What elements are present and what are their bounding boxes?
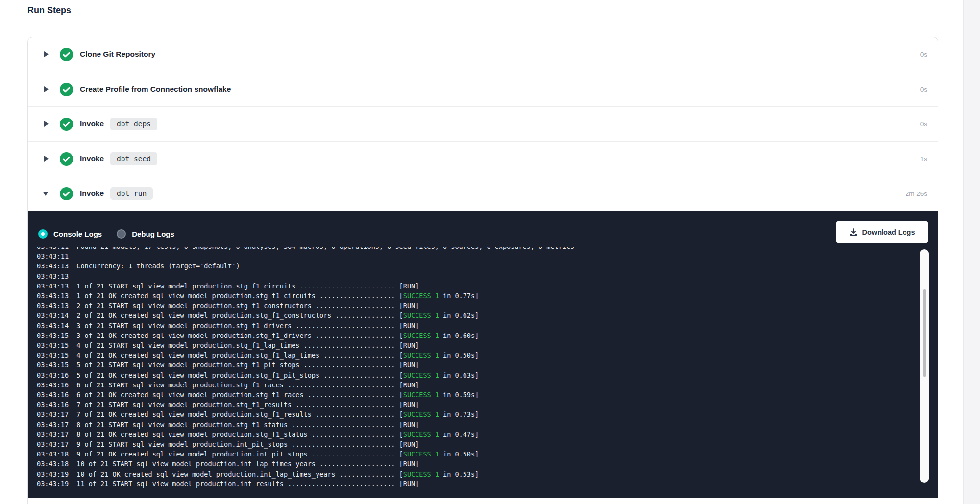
log-line: 03:43:13 Concurrency: 1 threads (target=… — [37, 261, 919, 271]
chevron-right-icon[interactable] — [44, 51, 49, 57]
chevron-right-icon[interactable] — [44, 86, 49, 92]
check-circle-icon — [60, 48, 73, 61]
check-circle-icon — [60, 118, 73, 131]
step-duration: 0s — [920, 86, 927, 93]
chevron-down-icon[interactable] — [43, 192, 49, 196]
check-circle-icon — [60, 83, 73, 96]
check-circle-icon — [60, 187, 73, 200]
radio-label: Debug Logs — [132, 230, 174, 238]
run-step-row[interactable]: Create Profile from Connection snowflake… — [28, 72, 938, 107]
log-line: 03:43:13 — [37, 271, 919, 281]
log-line: 03:43:13 1 of 21 OK created sql view mod… — [37, 291, 919, 301]
log-line: 03:43:19 11 of 21 START sql view model p… — [37, 479, 919, 489]
radio-label: Console Logs — [53, 230, 102, 238]
log-line: 03:43:17 8 of 21 OK created sql view mod… — [37, 430, 919, 439]
log-type-radio-group: Console LogsDebug Logs — [38, 229, 174, 239]
radio-selected-icon — [38, 229, 48, 239]
log-line: 03:43:13 1 of 21 START sql view model pr… — [37, 281, 919, 291]
step-title: Invoke — [80, 189, 104, 198]
step-command-badge: dbt deps — [110, 118, 157, 130]
log-line: 03:43:13 2 of 21 START sql view model pr… — [37, 301, 919, 311]
step-duration: 0s — [920, 51, 927, 58]
log-line: 03:43:18 9 of 21 OK created sql view mod… — [37, 449, 919, 459]
log-line: 03:43:14 2 of 21 OK created sql view mod… — [37, 311, 919, 320]
chevron-right-icon[interactable] — [44, 121, 49, 127]
log-line: 03:43:16 7 of 21 START sql view model pr… — [37, 400, 919, 409]
log-line: 03:43:15 5 of 21 START sql view model pr… — [37, 360, 919, 370]
run-step-row[interactable]: Invokedbt seed1s — [28, 142, 938, 176]
log-scrollbar[interactable] — [920, 249, 929, 483]
log-line: 03:43:18 10 of 21 START sql view model p… — [37, 459, 919, 469]
log-lines: 03:43:11 Found 21 models, 17 tests, 0 sn… — [37, 247, 919, 489]
log-line: 03:43:17 9 of 21 START sql view model pr… — [37, 439, 919, 449]
step-title: Clone Git Repository — [80, 50, 155, 59]
log-line: 03:43:16 5 of 21 OK created sql view mod… — [37, 370, 919, 380]
log-line: 03:43:16 6 of 21 START sql view model pr… — [37, 380, 919, 390]
debug-logs-radio[interactable]: Debug Logs — [117, 229, 174, 239]
step-title: Create Profile from Connection snowflake — [80, 85, 231, 94]
log-line: 03:43:15 3 of 21 OK created sql view mod… — [37, 331, 919, 340]
log-line: 03:43:16 6 of 21 OK created sql view mod… — [37, 390, 919, 400]
log-line: 03:43:17 7 of 21 OK created sql view mod… — [37, 409, 919, 419]
run-step-row[interactable]: Invokedbt deps0s — [28, 107, 938, 142]
step-duration: 1s — [920, 155, 927, 163]
page-title: Run Steps — [27, 5, 71, 16]
log-line: 03:43:17 8 of 21 START sql view model pr… — [37, 420, 919, 430]
radio-unselected-icon — [117, 229, 126, 239]
step-title: Invoke — [80, 154, 104, 163]
chevron-right-icon[interactable] — [44, 156, 49, 162]
download-icon — [849, 228, 858, 237]
run-steps-list: Clone Git Repository0sCreate Profile fro… — [28, 37, 938, 211]
step-command-badge: dbt run — [110, 187, 153, 200]
console-log-output[interactable]: 03:43:11 Found 21 models, 17 tests, 0 sn… — [37, 247, 919, 498]
log-panel: Console LogsDebug Logs Download Logs 03:… — [28, 211, 938, 498]
step-command-badge: dbt seed — [110, 152, 157, 165]
download-logs-label: Download Logs — [862, 228, 915, 236]
log-line: 03:43:15 4 of 21 OK created sql view mod… — [37, 350, 919, 360]
step-title: Invoke — [80, 120, 104, 128]
run-step-row[interactable]: Clone Git Repository0s — [28, 37, 938, 72]
log-line: 03:43:19 10 of 21 OK created sql view mo… — [37, 469, 919, 479]
log-line: 03:43:11 Found 21 models, 17 tests, 0 sn… — [37, 247, 919, 251]
log-line: 03:43:11 — [37, 251, 919, 261]
step-duration: 2m 26s — [906, 190, 927, 197]
step-duration: 0s — [920, 120, 927, 128]
download-logs-button[interactable]: Download Logs — [836, 221, 928, 243]
check-circle-icon — [60, 152, 73, 166]
run-step-row[interactable]: Invokedbt run2m 26s — [28, 176, 938, 211]
log-scrollbar-thumb[interactable] — [923, 289, 926, 377]
log-line: 03:43:15 4 of 21 START sql view model pr… — [37, 340, 919, 350]
console-logs-radio[interactable]: Console Logs — [38, 229, 102, 239]
right-gutter — [963, 0, 980, 504]
run-steps-card: Clone Git Repository0sCreate Profile fro… — [27, 37, 938, 504]
log-line: 03:43:14 3 of 21 START sql view model pr… — [37, 321, 919, 331]
